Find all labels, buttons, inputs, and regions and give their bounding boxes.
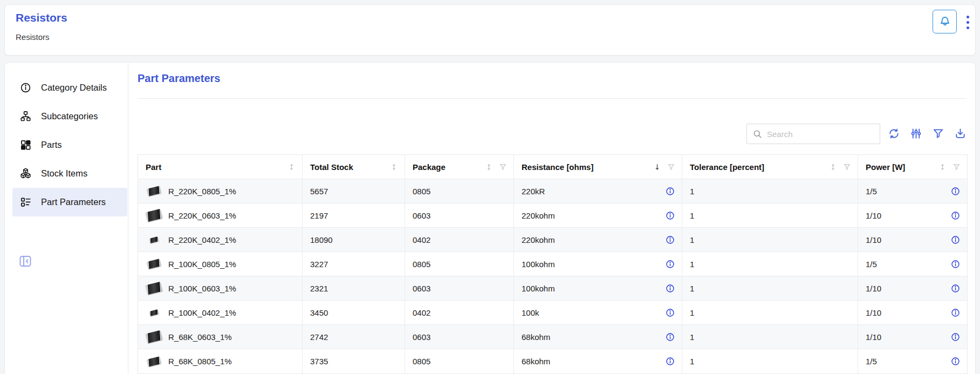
sidebar-item-parts[interactable]: Parts (5, 131, 127, 159)
sort-icon[interactable] (938, 163, 947, 171)
power-value: 1/10 (866, 211, 881, 220)
tolerance-cell: 1 (682, 252, 858, 276)
power-info-button[interactable] (950, 210, 961, 221)
resistance-info-button[interactable] (665, 235, 675, 245)
power-value: 1/10 (866, 284, 881, 293)
column-header-tolerance[interactable]: Tolerance [percent] (682, 155, 858, 179)
refresh-button[interactable] (888, 127, 900, 140)
filter-icon (932, 127, 944, 140)
breadcrumb[interactable]: Resistors (16, 32, 50, 42)
sort-icon[interactable] (829, 163, 837, 171)
resistance-info-button[interactable] (665, 332, 675, 342)
part-thumbnail (146, 332, 162, 342)
sidebar-item-subcategories[interactable]: Subcategories (5, 102, 127, 131)
part-thumbnail (146, 283, 162, 293)
download-button[interactable] (954, 127, 967, 140)
power-info-button[interactable] (950, 235, 961, 245)
resistance-info-button[interactable] (665, 356, 675, 366)
kebab-menu-button[interactable] (963, 12, 972, 32)
notifications-button[interactable] (933, 10, 957, 33)
power-info-button[interactable] (950, 186, 961, 196)
info-icon (665, 210, 675, 221)
sidebar-item-part-parameters[interactable]: Part Parameters (12, 188, 127, 216)
package-cell: 0603 (405, 203, 514, 228)
part-thumbnail (146, 210, 162, 220)
tolerance-cell: 1 (682, 349, 858, 373)
resistance-value: 220kohm (522, 235, 555, 244)
column-header-package[interactable]: Package (405, 155, 514, 179)
list-details-icon (19, 196, 32, 208)
kebab-dot (967, 21, 969, 24)
column-settings-button[interactable] (910, 127, 922, 140)
hierarchy-icon (19, 110, 32, 123)
total-stock-cell: 3735 (303, 349, 405, 373)
resistance-value: 100k (522, 308, 539, 317)
column-filter-icon[interactable] (952, 163, 961, 171)
sort-icon[interactable] (485, 163, 493, 171)
package-cell: 0805 (405, 179, 514, 203)
power-info-button[interactable] (950, 356, 961, 366)
sidebar-item-label: Parts (41, 140, 62, 150)
power-value: 1/10 (866, 235, 881, 244)
column-filter-icon[interactable] (667, 163, 675, 171)
power-info-button[interactable] (950, 332, 961, 342)
package-cell: 0402 (405, 228, 514, 252)
sidebar-item-label: Part Parameters (41, 197, 106, 207)
column-label: Resistance [ohms] (522, 162, 593, 172)
main-panel: Category Details Subcategories Parts Sto… (4, 62, 976, 374)
tolerance-cell: 1 (682, 301, 858, 325)
part-name: R_68K_0603_1% (168, 332, 232, 342)
package-cell: 0805 (405, 349, 514, 373)
resistance-value: 100kohm (522, 260, 555, 269)
filter-button[interactable] (932, 127, 944, 140)
sidebar-item-label: Subcategories (41, 111, 98, 121)
resistance-info-button[interactable] (665, 259, 675, 269)
table-toolbar (138, 124, 967, 144)
column-header-total-stock[interactable]: Total Stock (303, 155, 405, 179)
part-name: R_100K_0402_1% (168, 308, 236, 317)
sort-icon[interactable] (390, 163, 398, 171)
resistance-value: 220kR (522, 187, 545, 196)
info-icon (950, 283, 961, 294)
sort-icon[interactable] (287, 163, 296, 171)
column-header-part[interactable]: Part (138, 155, 303, 179)
info-icon (665, 186, 675, 196)
resistance-info-button[interactable] (665, 186, 675, 196)
collapse-sidebar-button[interactable] (18, 254, 32, 268)
column-header-resistance[interactable]: Resistance [ohms] (514, 155, 682, 179)
power-info-button[interactable] (950, 283, 961, 294)
part-name: R_220K_0402_1% (168, 235, 236, 244)
part-name: R_100K_0603_1% (168, 284, 236, 293)
resistance-info-button[interactable] (665, 210, 675, 221)
column-header-power[interactable]: Power [W] (858, 155, 967, 179)
resistance-info-button[interactable] (665, 308, 675, 318)
tolerance-cell: 1 (682, 179, 858, 203)
info-icon (665, 259, 675, 269)
info-icon (950, 210, 961, 221)
info-icon (665, 308, 675, 318)
tolerance-cell: 1 (682, 228, 858, 252)
info-icon (665, 283, 675, 294)
page-title: Resistors (16, 11, 67, 24)
info-icon (950, 186, 961, 196)
tolerance-cell: 1 (682, 276, 858, 301)
column-label: Package (413, 162, 446, 172)
info-icon (950, 332, 961, 342)
power-info-button[interactable] (950, 259, 961, 269)
resistance-info-button[interactable] (665, 283, 675, 294)
info-icon (665, 332, 675, 342)
collapse-sidebar-icon (18, 254, 32, 268)
column-filter-icon[interactable] (843, 163, 851, 171)
search-input[interactable] (767, 130, 874, 139)
sidebar-item-stock-items[interactable]: Stock Items (5, 159, 127, 188)
sort-desc-icon[interactable] (653, 163, 661, 171)
info-icon (950, 356, 961, 366)
sidebar: Category Details Subcategories Parts Sto… (5, 63, 128, 374)
column-filter-icon[interactable] (499, 163, 507, 171)
sidebar-item-category-details[interactable]: Category Details (5, 73, 127, 102)
power-info-button[interactable] (950, 308, 961, 318)
column-label: Tolerance [percent] (690, 162, 764, 172)
search-box (746, 124, 880, 144)
info-icon (950, 308, 961, 318)
part-name: R_220K_0603_1% (168, 211, 236, 220)
